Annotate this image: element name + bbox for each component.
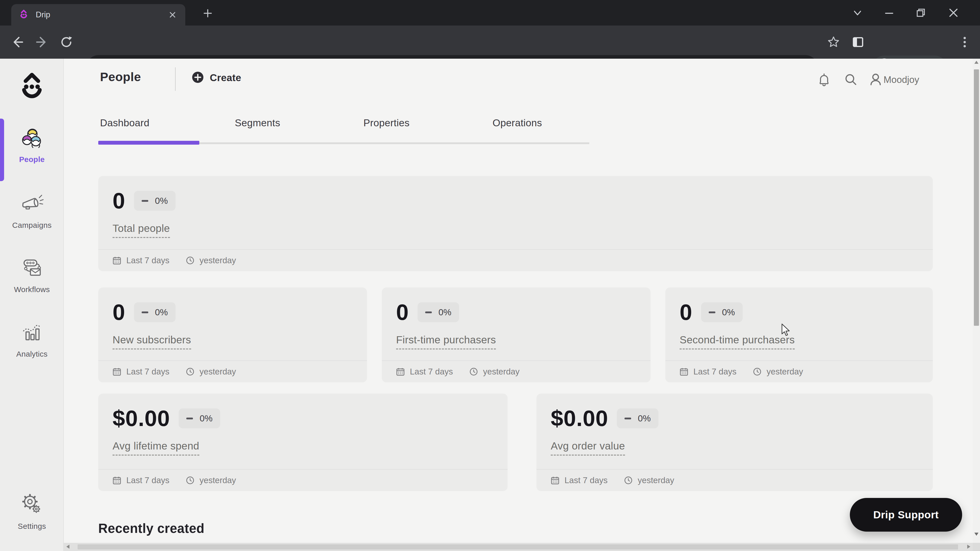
vertical-scrollbar[interactable]: [973, 59, 980, 551]
search-icon[interactable]: [844, 73, 858, 86]
date-range: Last 7 days: [113, 256, 169, 265]
menu-kebab-icon[interactable]: [956, 34, 973, 50]
drip-support-label: Drip Support: [873, 509, 939, 521]
tabs-baseline: [199, 142, 589, 144]
sidebar-item-label: People: [19, 155, 45, 164]
bar-chart-icon: [20, 320, 44, 346]
horizontal-scrollbar[interactable]: [64, 543, 973, 551]
close-button[interactable]: [945, 5, 962, 21]
recently-created-heading: Recently created: [98, 521, 204, 536]
metric-value: $0.00: [551, 405, 608, 431]
back-icon[interactable]: [9, 34, 25, 50]
clock-icon: [186, 256, 194, 265]
horizontal-scrollbar-thumb[interactable]: [78, 545, 958, 549]
drip-favicon-icon: [18, 9, 29, 21]
metric-card-first-time-purchasers: 0 0% First-time purchasers Last 7 days y…: [382, 287, 651, 383]
side-panel-icon[interactable]: [850, 34, 866, 50]
delta-badge: 0%: [179, 408, 220, 428]
metric-value: 0: [396, 299, 409, 325]
tab-close-icon[interactable]: [167, 9, 178, 21]
tab-operations[interactable]: Operations: [493, 118, 542, 129]
clock-icon: [186, 367, 194, 376]
new-tab-button[interactable]: [202, 7, 214, 19]
delta-badge: 0%: [134, 191, 176, 211]
user-icon[interactable]: [869, 73, 883, 86]
scroll-right-arrow-icon[interactable]: [967, 545, 970, 549]
clock-icon: [469, 367, 478, 376]
delta-value: 0%: [155, 307, 168, 318]
metric-value: 0: [113, 299, 125, 325]
megaphone-icon: [20, 191, 44, 217]
plus-circle-icon: [191, 71, 204, 85]
calendar-icon: [113, 256, 121, 265]
delta-badge: 0%: [134, 302, 176, 322]
card-footer: Last 7 days yesterday: [98, 249, 933, 271]
metric-label-link[interactable]: First-time purchasers: [396, 334, 496, 349]
metric-label-link[interactable]: Second-time purchasers: [679, 334, 795, 349]
calendar-icon: [396, 367, 405, 376]
forward-icon[interactable]: [34, 34, 50, 50]
updated-time: yesterday: [186, 475, 236, 485]
drip-logo-icon[interactable]: [0, 71, 64, 103]
scroll-left-arrow-icon[interactable]: [66, 545, 69, 549]
minus-icon: [709, 311, 715, 313]
clock-icon: [186, 476, 194, 485]
sidebar-item-campaigns[interactable]: Campaigns: [0, 191, 64, 230]
sidebar-item-label: Campaigns: [12, 221, 52, 230]
date-range: Last 7 days: [113, 475, 169, 485]
metric-label-link[interactable]: Total people: [113, 222, 170, 238]
date-range: Last 7 days: [551, 475, 608, 485]
delta-badge: 0%: [417, 302, 459, 322]
date-range: Last 7 days: [113, 367, 169, 376]
header-divider: [175, 67, 176, 91]
calendar-icon: [113, 367, 121, 376]
tab-search-chevron-icon[interactable]: [850, 5, 865, 21]
minimize-button[interactable]: [881, 5, 897, 21]
mouse-cursor: [780, 324, 793, 339]
create-button[interactable]: Create: [191, 71, 241, 85]
tab-segments[interactable]: Segments: [235, 118, 280, 129]
vertical-scrollbar-thumb[interactable]: [974, 69, 979, 326]
metric-card-new-subscribers: 0 0% New subscribers Last 7 days yesterd…: [98, 287, 367, 383]
updated-time: yesterday: [186, 367, 236, 376]
metric-card-second-time-purchasers: 0 0% Second-time purchasers Last 7 days …: [665, 287, 933, 383]
card-footer: Last 7 days yesterday: [98, 360, 367, 383]
sidebar-item-label: Workflows: [14, 285, 50, 294]
sidebar-item-settings[interactable]: Settings: [0, 492, 64, 530]
sidebar-item-label: Analytics: [16, 350, 48, 359]
scroll-down-arrow-icon[interactable]: [974, 533, 978, 536]
create-label: Create: [210, 72, 241, 83]
calendar-icon: [113, 476, 121, 485]
restore-button[interactable]: [913, 5, 929, 21]
metric-label-link[interactable]: Avg lifetime spend: [113, 440, 199, 456]
date-range: Last 7 days: [396, 367, 453, 376]
bell-icon[interactable]: [817, 73, 831, 86]
minus-icon: [625, 418, 631, 419]
scroll-up-arrow-icon[interactable]: [974, 61, 978, 64]
bookmark-star-icon[interactable]: [825, 34, 842, 50]
minus-icon: [142, 311, 148, 313]
metric-card-total-people: 0 0% Total people Last 7 days yesterday: [98, 176, 933, 271]
user-name[interactable]: Moodjoy: [883, 75, 919, 85]
drip-support-button[interactable]: Drip Support: [850, 498, 962, 532]
minus-icon: [425, 311, 432, 313]
metric-label-link[interactable]: New subscribers: [113, 334, 191, 349]
date-range: Last 7 days: [679, 367, 737, 376]
reload-icon[interactable]: [58, 34, 75, 50]
sidebar-item-people[interactable]: People: [0, 125, 64, 164]
tab-properties[interactable]: Properties: [363, 118, 410, 129]
workflow-icon: [20, 256, 44, 281]
card-footer: Last 7 days yesterday: [536, 469, 933, 491]
sidebar-item-analytics[interactable]: Analytics: [0, 320, 64, 359]
browser-tab[interactable]: Drip: [11, 4, 185, 25]
metric-value: 0: [113, 188, 125, 214]
metric-card-avg-lifetime-spend: $0.00 0% Avg lifetime spend Last 7 days …: [98, 394, 508, 491]
app-sidebar: People Campaigns: [0, 59, 64, 551]
metric-value: 0: [679, 299, 692, 325]
tab-dashboard[interactable]: Dashboard: [100, 118, 150, 129]
scrollbar-corner: [973, 543, 980, 551]
people-icon: [20, 125, 44, 151]
sidebar-item-workflows[interactable]: Workflows: [0, 256, 64, 294]
main-content: People Create: [64, 59, 973, 551]
metric-label-link[interactable]: Avg order value: [551, 440, 625, 456]
